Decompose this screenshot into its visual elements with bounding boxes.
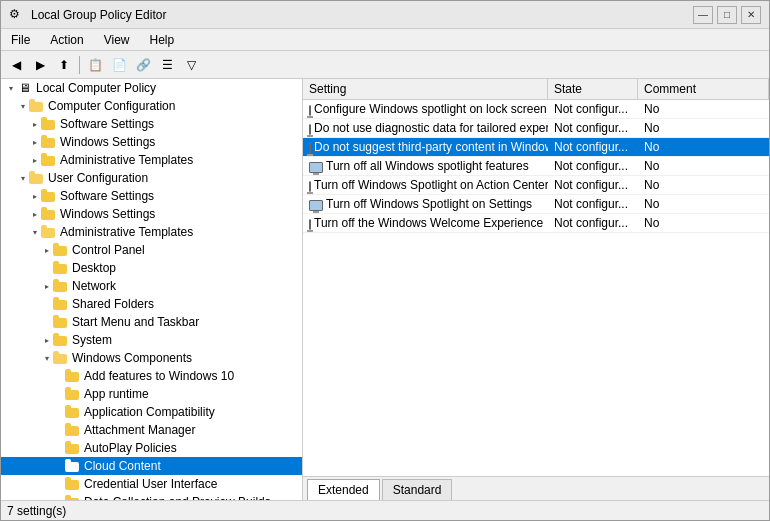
tree-item-label: Windows Components [72,351,302,365]
tree-item-label: Control Panel [72,243,302,257]
expand-arrow [53,424,65,436]
tree-view[interactable]: 🖥 Local Computer Policy Computer Configu… [1,79,302,500]
menu-view[interactable]: View [98,31,136,49]
tree-item-add-features[interactable]: Add features to Windows 10 [1,367,302,385]
table-row[interactable]: Turn off all Windows spotlight features … [303,157,769,176]
tree-item-label: Local Computer Policy [36,81,302,95]
tree-item-credential-ui[interactable]: Credential User Interface [1,475,302,493]
filter-button[interactable]: ▽ [180,54,202,76]
cell-state: Not configur... [548,157,638,175]
tree-item-app-runtime[interactable]: App runtime [1,385,302,403]
tree-item-software-settings-2[interactable]: Software Settings [1,187,302,205]
tree-item-autoplay[interactable]: AutoPlay Policies [1,439,302,457]
col-header-state[interactable]: State [548,79,638,99]
cell-comment: No [638,176,769,194]
folder-closed-icon [53,261,69,275]
show-hide-button[interactable]: 📋 [84,54,106,76]
main-window: ⚙ Local Group Policy Editor — □ ✕ File A… [0,0,770,521]
tree-item-windows-settings-1[interactable]: Windows Settings [1,133,302,151]
cell-setting: Configure Windows spotlight on lock scre… [303,100,548,118]
tree-item-computer-configuration[interactable]: Computer Configuration [1,97,302,115]
tree-item-windows-settings-2[interactable]: Windows Settings [1,205,302,223]
menu-file[interactable]: File [5,31,36,49]
properties-button[interactable]: ☰ [156,54,178,76]
title-bar: ⚙ Local Group Policy Editor — □ ✕ [1,1,769,29]
tab-extended[interactable]: Extended [307,479,380,500]
close-button[interactable]: ✕ [741,6,761,24]
folder-closed-icon [65,495,81,500]
link-button[interactable]: 🔗 [132,54,154,76]
maximize-button[interactable]: □ [717,6,737,24]
window-controls: — □ ✕ [693,6,761,24]
tab-standard[interactable]: Standard [382,479,453,500]
main-content: 🖥 Local Computer Policy Computer Configu… [1,79,769,500]
expand-arrow [41,352,53,364]
table-row[interactable]: Do not use diagnostic data for tailored … [303,119,769,138]
tree-item-local-computer-policy[interactable]: 🖥 Local Computer Policy [1,79,302,97]
tree-item-windows-components[interactable]: Windows Components [1,349,302,367]
expand-arrow [29,208,41,220]
cell-comment: No [638,119,769,137]
col-header-comment[interactable]: Comment [638,79,769,99]
tree-item-network[interactable]: Network [1,277,302,295]
setting-icon [309,143,311,154]
table-row[interactable]: Turn off the Windows Welcome Experience … [303,214,769,233]
tree-item-label: Start Menu and Taskbar [72,315,302,329]
tree-item-system[interactable]: System [1,331,302,349]
tree-item-shared-folders[interactable]: Shared Folders [1,295,302,313]
tree-item-control-panel[interactable]: Control Panel [1,241,302,259]
new-window-button[interactable]: 📄 [108,54,130,76]
back-button[interactable]: ◀ [5,54,27,76]
cell-setting: Do not use diagnostic data for tailored … [303,119,548,137]
tree-item-label: Windows Settings [60,135,302,149]
folder-closed-icon [53,243,69,257]
menu-help[interactable]: Help [144,31,181,49]
folder-closed-icon [53,297,69,311]
tree-item-label: Add features to Windows 10 [84,369,302,383]
tree-item-admin-templates-1[interactable]: Administrative Templates [1,151,302,169]
menu-action[interactable]: Action [44,31,89,49]
tree-item-label: Data Collection and Preview Builds [84,495,302,500]
table-row[interactable]: Turn off Windows Spotlight on Action Cen… [303,176,769,195]
folder-closed-icon [65,477,81,491]
up-button[interactable]: ⬆ [53,54,75,76]
tree-item-software-settings-1[interactable]: Software Settings [1,115,302,133]
col-header-setting[interactable]: Setting [303,79,548,99]
cell-setting: Turn off Windows Spotlight on Settings [303,195,548,213]
setting-icon [309,181,311,192]
table-row[interactable]: Configure Windows spotlight on lock scre… [303,100,769,119]
table-row[interactable]: Turn off Windows Spotlight on Settings N… [303,195,769,214]
toolbar-separator [79,56,80,74]
expand-arrow [53,460,65,472]
tree-item-app-compat[interactable]: Application Compatibility [1,403,302,421]
folder-closed-icon [41,207,57,221]
expand-arrow [29,226,41,238]
tree-item-label: AutoPlay Policies [84,441,302,455]
forward-button[interactable]: ▶ [29,54,51,76]
folder-closed-icon [41,189,57,203]
tree-item-data-collection[interactable]: Data Collection and Preview Builds [1,493,302,500]
expand-arrow [41,334,53,346]
table-row[interactable]: Do not suggest third-party content in Wi… [303,138,769,157]
tree-item-cloud-content[interactable]: Cloud Content [1,457,302,475]
tree-item-label: System [72,333,302,347]
status-text: 7 setting(s) [7,504,66,518]
window-title: Local Group Policy Editor [31,8,166,22]
cell-state: Not configur... [548,100,638,118]
expand-arrow [17,172,29,184]
setting-icon [309,124,311,135]
tree-item-label: Software Settings [60,117,302,131]
tree-item-start-menu[interactable]: Start Menu and Taskbar [1,313,302,331]
tree-item-attachment-mgr[interactable]: Attachment Manager [1,421,302,439]
tree-item-admin-templates-2[interactable]: Administrative Templates [1,223,302,241]
app-icon: ⚙ [9,7,25,23]
tree-item-desktop[interactable]: Desktop [1,259,302,277]
tree-item-user-configuration[interactable]: User Configuration [1,169,302,187]
expand-arrow [41,298,53,310]
tree-item-label: Network [72,279,302,293]
expand-arrow [29,136,41,148]
expand-arrow [41,262,53,274]
minimize-button[interactable]: — [693,6,713,24]
folder-closed-icon [41,135,57,149]
folder-open-icon [29,99,45,113]
